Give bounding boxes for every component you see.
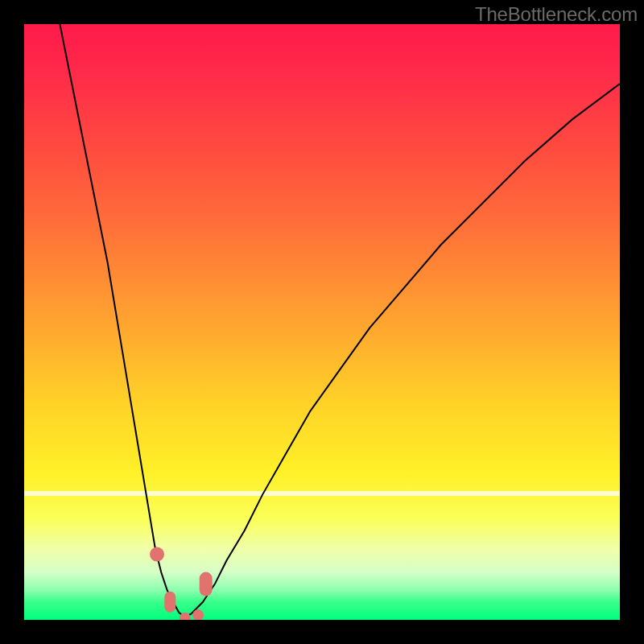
left-pill: [164, 592, 175, 613]
plot-area: [24, 24, 620, 620]
right-pill: [200, 572, 213, 597]
watermark-text: TheBottleneck.com: [475, 3, 638, 26]
left-dot: [150, 547, 164, 562]
curve-svg: [24, 24, 620, 620]
curve-left-branch: [60, 24, 184, 617]
scatter-markers: [150, 547, 213, 620]
curve-right-branch: [185, 84, 620, 617]
